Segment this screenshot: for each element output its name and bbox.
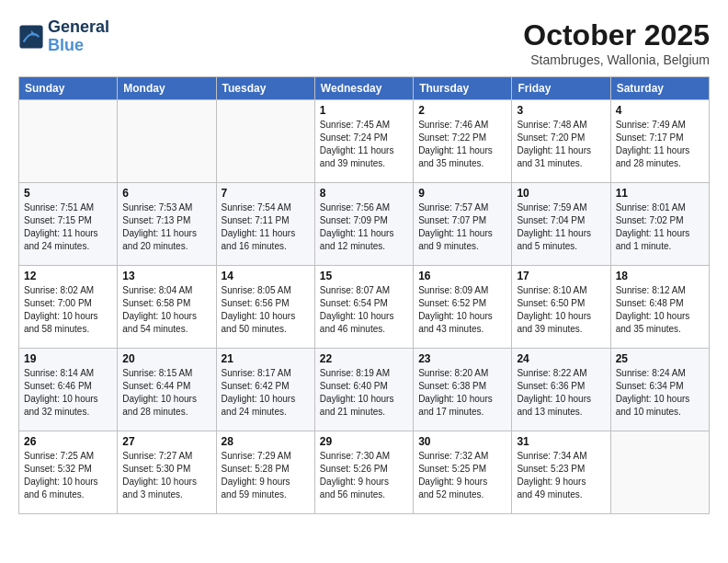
svg-rect-0 [19,25,42,48]
day-info: Sunrise: 7:59 AM Sunset: 7:04 PM Dayligh… [517,201,605,253]
day-number: 6 [122,187,210,200]
calendar-cell: 24Sunrise: 8:22 AM Sunset: 6:36 PM Dayli… [512,349,610,431]
calendar-cell [610,431,709,514]
day-info: Sunrise: 7:46 AM Sunset: 7:22 PM Dayligh… [418,119,506,170]
calendar-cell: 7Sunrise: 7:54 AM Sunset: 7:11 PM Daylig… [216,183,314,266]
calendar-cell: 2Sunrise: 7:46 AM Sunset: 7:22 PM Daylig… [414,100,512,183]
logo: GeneralBlue [18,18,109,55]
day-number: 9 [418,187,506,200]
logo-text: GeneralBlue [48,18,109,55]
calendar-cell: 10Sunrise: 7:59 AM Sunset: 7:04 PM Dayli… [512,183,610,266]
day-number: 23 [418,352,506,365]
weekday-header-thursday: Thursday [414,77,512,100]
day-info: Sunrise: 8:05 AM Sunset: 6:56 PM Dayligh… [222,284,310,336]
calendar-cell: 14Sunrise: 8:05 AM Sunset: 6:56 PM Dayli… [216,266,314,349]
title-block: October 2025 Stambruges, Wallonia, Belgi… [523,18,710,67]
day-info: Sunrise: 7:53 AM Sunset: 7:13 PM Dayligh… [122,201,210,253]
day-info: Sunrise: 7:45 AM Sunset: 7:24 PM Dayligh… [320,119,408,170]
calendar-cell: 17Sunrise: 8:10 AM Sunset: 6:50 PM Dayli… [512,266,610,349]
calendar-cell: 4Sunrise: 7:49 AM Sunset: 7:17 PM Daylig… [610,100,709,183]
calendar-cell: 21Sunrise: 8:17 AM Sunset: 6:42 PM Dayli… [216,349,314,431]
calendar-cell [216,100,314,183]
day-info: Sunrise: 8:19 AM Sunset: 6:40 PM Dayligh… [320,367,408,419]
location-subtitle: Stambruges, Wallonia, Belgium [523,52,710,67]
calendar-week-row: 12Sunrise: 8:02 AM Sunset: 7:00 PM Dayli… [19,266,710,349]
day-number: 19 [24,352,112,365]
day-number: 26 [24,435,112,448]
calendar-cell: 28Sunrise: 7:29 AM Sunset: 5:28 PM Dayli… [216,431,314,514]
calendar-cell: 6Sunrise: 7:53 AM Sunset: 7:13 PM Daylig… [118,183,216,266]
day-number: 17 [517,270,605,282]
day-number: 11 [616,187,704,200]
calendar-cell: 5Sunrise: 7:51 AM Sunset: 7:15 PM Daylig… [19,183,118,266]
day-info: Sunrise: 7:57 AM Sunset: 7:07 PM Dayligh… [418,201,506,253]
day-number: 21 [222,352,310,365]
day-info: Sunrise: 7:25 AM Sunset: 5:32 PM Dayligh… [24,450,112,501]
day-number: 1 [320,104,408,117]
day-number: 8 [320,187,408,200]
calendar-week-row: 26Sunrise: 7:25 AM Sunset: 5:32 PM Dayli… [19,431,710,514]
day-info: Sunrise: 7:49 AM Sunset: 7:17 PM Dayligh… [616,119,704,170]
calendar-cell: 20Sunrise: 8:15 AM Sunset: 6:44 PM Dayli… [118,349,216,431]
day-info: Sunrise: 7:54 AM Sunset: 7:11 PM Dayligh… [222,201,310,253]
day-number: 10 [517,187,605,200]
day-info: Sunrise: 8:12 AM Sunset: 6:48 PM Dayligh… [616,284,704,336]
calendar-cell: 15Sunrise: 8:07 AM Sunset: 6:54 PM Dayli… [314,266,413,349]
calendar-week-row: 1Sunrise: 7:45 AM Sunset: 7:24 PM Daylig… [19,100,710,183]
calendar-week-row: 5Sunrise: 7:51 AM Sunset: 7:15 PM Daylig… [19,183,710,266]
day-number: 20 [122,352,210,365]
calendar-cell: 29Sunrise: 7:30 AM Sunset: 5:26 PM Dayli… [314,431,413,514]
calendar-table: SundayMondayTuesdayWednesdayThursdayFrid… [18,76,710,514]
day-number: 28 [222,435,310,448]
day-number: 22 [320,352,408,365]
day-info: Sunrise: 7:56 AM Sunset: 7:09 PM Dayligh… [320,201,408,253]
day-info: Sunrise: 7:29 AM Sunset: 5:28 PM Dayligh… [222,450,310,501]
weekday-header-monday: Monday [118,77,216,100]
day-info: Sunrise: 7:51 AM Sunset: 7:15 PM Dayligh… [24,201,112,253]
day-number: 5 [24,187,112,200]
weekday-header-friday: Friday [512,77,610,100]
calendar-cell: 16Sunrise: 8:09 AM Sunset: 6:52 PM Dayli… [414,266,512,349]
calendar-cell: 9Sunrise: 7:57 AM Sunset: 7:07 PM Daylig… [414,183,512,266]
day-info: Sunrise: 7:32 AM Sunset: 5:25 PM Dayligh… [418,450,506,501]
day-info: Sunrise: 7:34 AM Sunset: 5:23 PM Dayligh… [517,450,605,501]
day-number: 24 [517,352,605,365]
day-info: Sunrise: 7:48 AM Sunset: 7:20 PM Dayligh… [517,119,605,170]
day-number: 16 [418,270,506,282]
weekday-header-saturday: Saturday [610,77,709,100]
page-header: GeneralBlue October 2025 Stambruges, Wal… [18,18,710,67]
day-info: Sunrise: 8:22 AM Sunset: 6:36 PM Dayligh… [517,367,605,419]
logo-icon [18,24,44,50]
calendar-cell: 30Sunrise: 7:32 AM Sunset: 5:25 PM Dayli… [414,431,512,514]
calendar-cell: 1Sunrise: 7:45 AM Sunset: 7:24 PM Daylig… [314,100,413,183]
month-title: October 2025 [523,18,710,52]
day-number: 13 [122,270,210,282]
day-info: Sunrise: 7:30 AM Sunset: 5:26 PM Dayligh… [320,450,408,501]
calendar-cell: 11Sunrise: 8:01 AM Sunset: 7:02 PM Dayli… [610,183,709,266]
calendar-cell [118,100,216,183]
day-number: 18 [616,270,704,282]
day-number: 14 [222,270,310,282]
day-number: 12 [24,270,112,282]
day-number: 29 [320,435,408,448]
calendar-cell: 23Sunrise: 8:20 AM Sunset: 6:38 PM Dayli… [414,349,512,431]
day-info: Sunrise: 8:09 AM Sunset: 6:52 PM Dayligh… [418,284,506,336]
day-number: 3 [517,104,605,117]
day-number: 15 [320,270,408,282]
calendar-cell: 19Sunrise: 8:14 AM Sunset: 6:46 PM Dayli… [19,349,118,431]
calendar-cell: 18Sunrise: 8:12 AM Sunset: 6:48 PM Dayli… [610,266,709,349]
day-number: 31 [517,435,605,448]
calendar-cell: 12Sunrise: 8:02 AM Sunset: 7:00 PM Dayli… [19,266,118,349]
day-info: Sunrise: 8:07 AM Sunset: 6:54 PM Dayligh… [320,284,408,336]
day-info: Sunrise: 8:02 AM Sunset: 7:00 PM Dayligh… [24,284,112,336]
day-info: Sunrise: 8:10 AM Sunset: 6:50 PM Dayligh… [517,284,605,336]
calendar-cell: 22Sunrise: 8:19 AM Sunset: 6:40 PM Dayli… [314,349,413,431]
day-number: 30 [418,435,506,448]
day-info: Sunrise: 7:27 AM Sunset: 5:30 PM Dayligh… [122,450,210,501]
weekday-header-row: SundayMondayTuesdayWednesdayThursdayFrid… [19,77,710,100]
day-number: 25 [616,352,704,365]
day-info: Sunrise: 8:15 AM Sunset: 6:44 PM Dayligh… [122,367,210,419]
day-info: Sunrise: 8:01 AM Sunset: 7:02 PM Dayligh… [616,201,704,253]
day-info: Sunrise: 8:20 AM Sunset: 6:38 PM Dayligh… [418,367,506,419]
weekday-header-tuesday: Tuesday [216,77,314,100]
